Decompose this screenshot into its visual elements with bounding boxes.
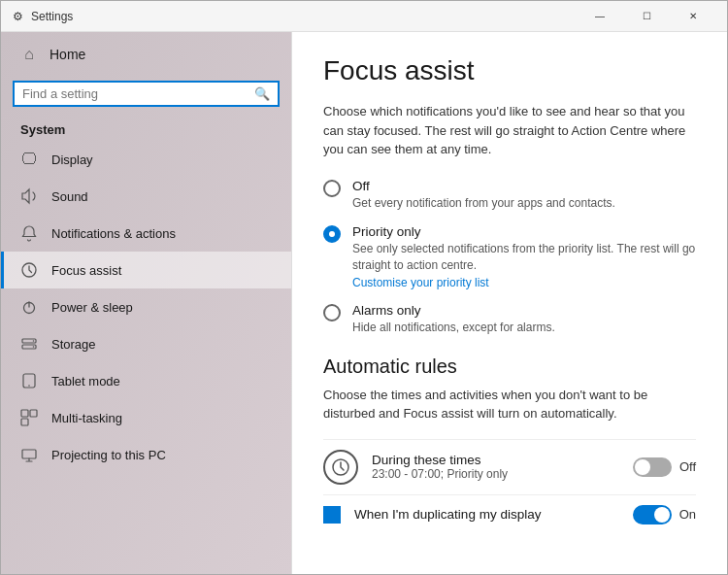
sidebar-item-label: Focus assist: [51, 263, 121, 278]
rule-during-times-sub: 23:00 - 07:00; Priority only: [372, 467, 619, 481]
duplicating-display-checkbox[interactable]: [323, 506, 341, 524]
sidebar-item-label: Display: [51, 152, 93, 167]
svg-point-4: [33, 340, 35, 342]
titlebar-controls: — ☐ ✕: [578, 1, 715, 32]
sidebar-item-sound[interactable]: Sound: [1, 178, 291, 215]
notifications-icon: [20, 224, 38, 242]
radio-priority-sublabel: See only selected notifications from the…: [352, 241, 696, 274]
sidebar-item-home[interactable]: ⌂ Home: [1, 32, 291, 77]
settings-icon: ⚙: [13, 10, 23, 23]
search-input[interactable]: [22, 86, 248, 101]
customise-priority-link[interactable]: Customise your priority list: [352, 276, 696, 289]
radio-alarms-circle[interactable]: [323, 304, 341, 321]
svg-rect-9: [30, 410, 37, 417]
maximize-button[interactable]: ☐: [624, 1, 669, 32]
radio-priority-text: Priority only See only selected notifica…: [352, 224, 696, 289]
svg-rect-8: [21, 410, 28, 417]
titlebar: ⚙ Settings — ☐ ✕: [1, 1, 727, 32]
home-label: Home: [50, 47, 85, 62]
sidebar-item-projecting[interactable]: Projecting to this PC: [1, 436, 291, 473]
sidebar-item-label: Storage: [51, 337, 96, 352]
radio-item-alarms[interactable]: Alarms only Hide all notifications, exce…: [323, 303, 696, 336]
window-title: Settings: [31, 10, 73, 23]
home-icon: ⌂: [20, 46, 38, 63]
sidebar-item-display[interactable]: 🖵 Display: [1, 141, 291, 178]
close-button[interactable]: ✕: [671, 1, 715, 32]
radio-off-text: Off Get every notification from your app…: [352, 179, 615, 212]
rule-during-times: During these times 23:00 - 07:00; Priori…: [323, 439, 696, 494]
radio-item-off[interactable]: Off Get every notification from your app…: [323, 179, 696, 212]
tablet-icon: [20, 372, 38, 389]
sidebar-item-label: Tablet mode: [51, 374, 120, 389]
automatic-rules-title: Automatic rules: [323, 355, 696, 378]
sound-icon: [20, 187, 38, 205]
sidebar-item-label: Multi-tasking: [51, 411, 122, 425]
radio-priority-circle[interactable]: [323, 225, 341, 243]
rule-during-times-name: During these times: [372, 453, 619, 467]
storage-icon: [20, 335, 38, 353]
automatic-rules-description: Choose the times and activities when you…: [323, 386, 696, 423]
rule-during-times-text: During these times 23:00 - 07:00; Priori…: [372, 453, 619, 481]
radio-alarms-label: Alarms only: [352, 303, 555, 318]
focus-assist-icon: [20, 261, 38, 279]
toggle-duplicating-wrap: On: [633, 505, 696, 524]
sidebar-item-label: Power & sleep: [51, 300, 133, 315]
settings-window: ⚙ Settings — ☐ ✕ ⌂ Home 🔍 System: [0, 0, 728, 575]
rule-duplicating-display: When I'm duplicating my display On: [323, 494, 696, 534]
sidebar-item-tablet-mode[interactable]: Tablet mode: [1, 362, 291, 399]
rule-duplicating-display-name: When I'm duplicating my display: [354, 507, 619, 522]
page-title: Focus assist: [323, 55, 696, 86]
sidebar-item-label: Notifications & actions: [51, 226, 176, 241]
minimize-button[interactable]: —: [578, 1, 622, 32]
sidebar: ⌂ Home 🔍 System 🖵 Display: [1, 32, 292, 574]
radio-group: Off Get every notification from your app…: [323, 179, 696, 336]
page-description: Choose which notifications you'd like to…: [323, 102, 696, 159]
sidebar-item-multitasking[interactable]: Multi-tasking: [1, 399, 291, 436]
svg-point-5: [33, 346, 35, 348]
power-icon: [20, 298, 38, 316]
search-icon: 🔍: [254, 86, 270, 101]
sidebar-item-label: Sound: [51, 189, 88, 204]
toggle-during-times-wrap: Off: [633, 457, 696, 477]
titlebar-left: ⚙ Settings: [13, 10, 73, 23]
search-box[interactable]: 🔍: [13, 81, 280, 107]
sidebar-item-storage[interactable]: Storage: [1, 325, 291, 362]
sidebar-section-title: System: [1, 115, 291, 141]
toggle-knob-2: [654, 507, 670, 523]
toggle-duplicating-display[interactable]: [633, 505, 672, 524]
svg-rect-11: [22, 450, 36, 458]
clock-icon: [323, 450, 358, 485]
toggle-duplicating-label: On: [679, 507, 696, 522]
sidebar-item-focus-assist[interactable]: Focus assist: [1, 252, 291, 288]
multitasking-icon: [20, 409, 38, 426]
svg-point-7: [28, 385, 30, 387]
projecting-icon: [20, 446, 38, 463]
radio-off-sublabel: Get every notification from your apps an…: [352, 195, 615, 212]
radio-alarms-text: Alarms only Hide all notifications, exce…: [352, 303, 555, 336]
toggle-during-times[interactable]: [633, 457, 672, 477]
toggle-during-times-label: Off: [679, 459, 696, 474]
radio-priority-label: Priority only: [352, 224, 696, 239]
radio-alarms-sublabel: Hide all notifications, except for alarm…: [352, 320, 555, 336]
svg-rect-10: [21, 419, 28, 425]
sidebar-item-power-sleep[interactable]: Power & sleep: [1, 288, 291, 325]
sidebar-item-label: Projecting to this PC: [51, 448, 166, 462]
main-content: Focus assist Choose which notifications …: [292, 32, 727, 574]
sidebar-item-notifications[interactable]: Notifications & actions: [1, 215, 291, 252]
radio-item-priority[interactable]: Priority only See only selected notifica…: [323, 224, 696, 289]
radio-off-label: Off: [352, 179, 615, 193]
toggle-knob: [635, 459, 650, 475]
radio-off-circle[interactable]: [323, 180, 341, 197]
content-area: ⌂ Home 🔍 System 🖵 Display: [1, 32, 727, 574]
display-icon: 🖵: [20, 151, 38, 168]
rule-duplicating-display-text: When I'm duplicating my display: [354, 507, 619, 522]
